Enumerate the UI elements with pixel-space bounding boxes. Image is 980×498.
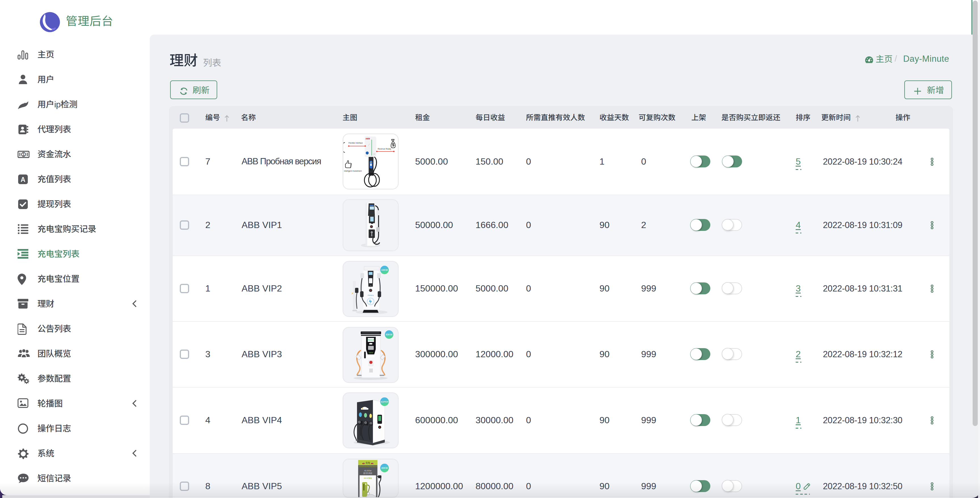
svg-text:Flexible Interface: Flexible Interface <box>348 142 363 144</box>
svg-text:⚡: ⚡ <box>351 292 353 295</box>
svg-text:ABB: ABB <box>366 137 370 140</box>
svg-text:40,000w: 40,000w <box>364 469 371 472</box>
svg-text:charging: charging <box>368 294 374 296</box>
svg-text:⚡: ⚡ <box>361 407 364 410</box>
svg-text:SUPER: SUPER <box>380 401 388 403</box>
svg-text:🚗 充电 🚗: 🚗 充电 🚗 <box>362 462 374 464</box>
svg-text:直流充电桩: 直流充电桩 <box>363 472 372 474</box>
svg-text:40KW: 40KW <box>381 466 388 469</box>
svg-text:A: A <box>21 176 25 183</box>
svg-text:40KW快充: 40KW快充 <box>364 477 372 479</box>
svg-text:绿能充电: 绿能充电 <box>368 339 374 341</box>
svg-text:Intelligent Investment: Intelligent Investment <box>344 170 361 172</box>
svg-text:60KW: 60KW <box>386 333 393 336</box>
svg-text:Revenue Ready: Revenue Ready <box>378 148 391 150</box>
svg-text:40KW: 40KW <box>369 352 373 354</box>
svg-text:44KW: 44KW <box>381 268 388 271</box>
svg-text:1: 1 <box>22 152 25 157</box>
